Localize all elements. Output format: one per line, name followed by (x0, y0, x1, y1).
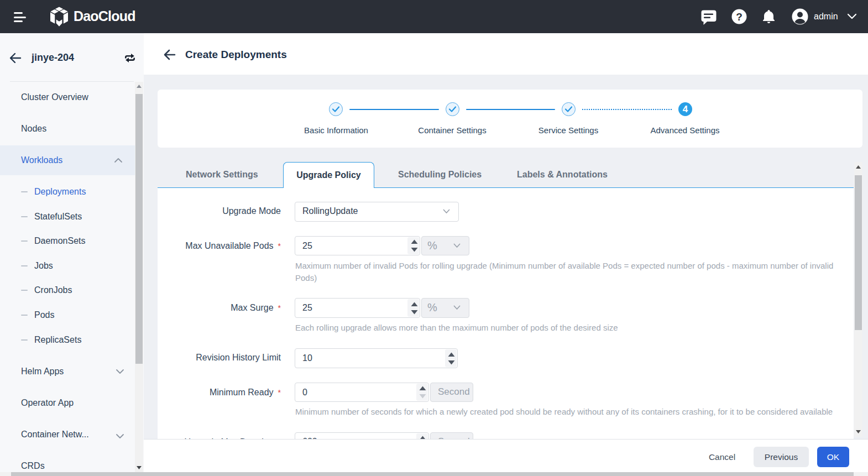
svg-text:?: ? (736, 11, 742, 23)
